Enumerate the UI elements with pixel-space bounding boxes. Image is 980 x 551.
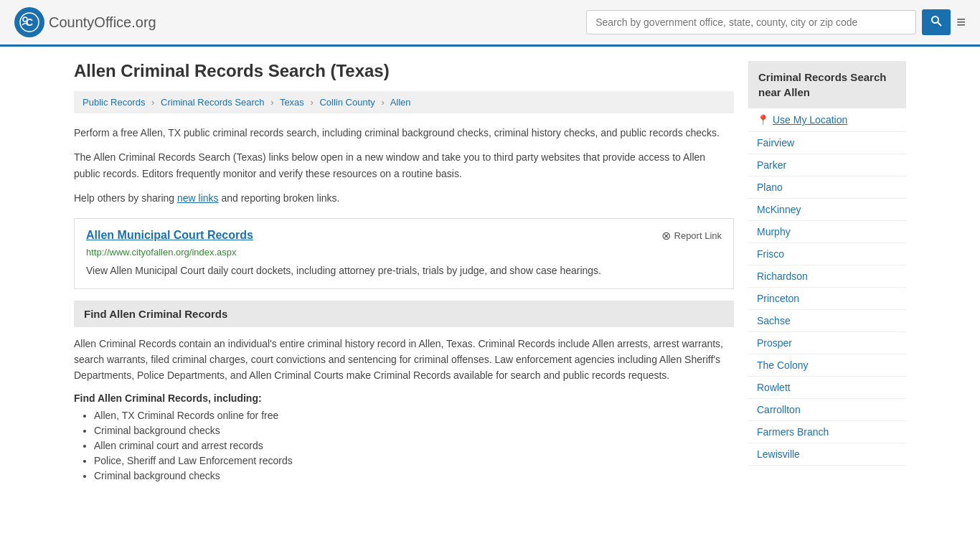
search-area: ≡ <box>586 9 966 35</box>
sidebar-item-princeton: Princeton <box>748 288 906 310</box>
menu-button[interactable]: ≡ <box>956 14 966 30</box>
sidebar-item-the-colony: The Colony <box>748 354 906 377</box>
find-section-body: Allen Criminal Records contain an indivi… <box>74 336 734 384</box>
breadcrumb-collin-county[interactable]: Collin County <box>319 97 374 108</box>
list-item: Police, Sheriff and Law Enforcement reco… <box>94 455 734 466</box>
sidebar-item-plano: Plano <box>748 176 906 199</box>
sidebar-item-frisco: Frisco <box>748 243 906 265</box>
svg-line-4 <box>938 22 941 26</box>
record-url[interactable]: http://www.cityofallen.org/index.aspx <box>86 247 722 258</box>
description-2: The Allen Criminal Records Search (Texas… <box>74 149 734 182</box>
location-icon: 📍 <box>757 114 769 126</box>
use-location-link[interactable]: Use My Location <box>773 114 847 126</box>
sidebar-title: Criminal Records Search near Allen <box>748 61 906 108</box>
sidebar-item-sachse: Sachse <box>748 310 906 332</box>
list-item: Allen, TX Criminal Records online for fr… <box>94 410 734 421</box>
description-1: Perform a free Allen, TX public criminal… <box>74 125 734 141</box>
breadcrumb: Public Records › Criminal Records Search… <box>74 91 734 113</box>
sidebar-item-richardson: Richardson <box>748 265 906 288</box>
page-title: Allen Criminal Records Search (Texas) <box>74 61 734 81</box>
report-link-button[interactable]: ⊗ Report Link <box>661 229 722 242</box>
sidebar-item-rowlett: Rowlett <box>748 377 906 399</box>
sidebar-use-location[interactable]: 📍 Use My Location <box>748 108 906 132</box>
breadcrumb-allen[interactable]: Allen <box>390 97 411 108</box>
sidebar-item-mckinney: McKinney <box>748 199 906 221</box>
find-section-header: Find Allen Criminal Records <box>74 301 734 327</box>
header: C CountyOffice.org ≡ <box>0 0 980 47</box>
sidebar-item-carrollton: Carrollton <box>748 399 906 421</box>
content-wrapper: Allen Criminal Records Search (Texas) Pu… <box>60 47 920 499</box>
list-item: Criminal background checks <box>94 470 734 481</box>
sidebar-list: 📍 Use My Location Fairview Parker Plano … <box>748 108 906 466</box>
description-3: Help others by sharing new links and rep… <box>74 190 734 206</box>
logo-text: CountyOffice.org <box>49 14 156 31</box>
search-button[interactable] <box>922 9 951 35</box>
list-item: Allen criminal court and arrest records <box>94 440 734 451</box>
sidebar-item-farmers-branch: Farmers Branch <box>748 421 906 443</box>
new-links-link[interactable]: new links <box>177 192 219 204</box>
breadcrumb-criminal-records[interactable]: Criminal Records Search <box>161 97 265 108</box>
sidebar-item-murphy: Murphy <box>748 221 906 243</box>
record-description: View Allen Municipal Court daily court d… <box>86 263 722 278</box>
find-list-header: Find Allen Criminal Records, including: <box>74 392 734 404</box>
list-item: Criminal background checks <box>94 425 734 436</box>
logo-area: C CountyOffice.org <box>14 7 156 37</box>
breadcrumb-texas[interactable]: Texas <box>280 97 304 108</box>
report-icon: ⊗ <box>661 229 671 242</box>
logo-icon: C <box>14 7 44 37</box>
sidebar-item-fairview: Fairview <box>748 132 906 154</box>
record-card-header: Allen Municipal Court Records ⊗ Report L… <box>86 229 722 242</box>
search-input[interactable] <box>586 10 916 34</box>
breadcrumb-public-records[interactable]: Public Records <box>83 97 145 108</box>
svg-point-3 <box>932 17 938 23</box>
find-list: Allen, TX Criminal Records online for fr… <box>74 410 734 481</box>
record-title[interactable]: Allen Municipal Court Records <box>86 229 253 242</box>
sidebar: Criminal Records Search near Allen 📍 Use… <box>748 61 906 485</box>
sidebar-item-prosper: Prosper <box>748 332 906 354</box>
record-card: Allen Municipal Court Records ⊗ Report L… <box>74 218 734 289</box>
sidebar-item-lewisville: Lewisville <box>748 443 906 466</box>
sidebar-item-parker: Parker <box>748 154 906 176</box>
main-content: Allen Criminal Records Search (Texas) Pu… <box>74 61 734 485</box>
